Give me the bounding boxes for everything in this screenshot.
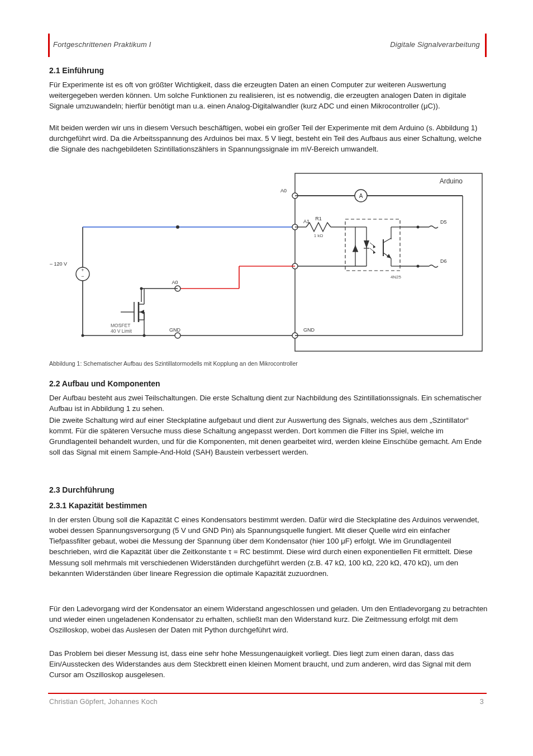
svg-text:R1: R1	[315, 216, 322, 221]
section-heading-2-3-1: 2.3.1 Kapazität bestimmen	[49, 501, 147, 510]
svg-text:A: A	[359, 193, 363, 199]
section-heading-2-1: 2.1 Einführung	[49, 66, 104, 75]
circuit-diagram: Arduino GND GND + − 40 – 120 V A1 A	[49, 168, 488, 358]
svg-text:A0: A0	[280, 188, 287, 193]
footer-divider	[48, 693, 487, 694]
arduino-label: Arduino	[440, 177, 463, 185]
footer-authors: Christian Göpfert, Johannes Koch	[49, 698, 158, 706]
paragraph: Für Experimente ist es oft von größter W…	[49, 79, 488, 111]
svg-marker-49	[387, 254, 391, 258]
svg-point-77	[143, 334, 146, 337]
paragraph: Mit beiden werden wir uns in diesem Vers…	[49, 122, 488, 154]
svg-text:MOSFET: MOSFET	[111, 323, 130, 328]
section-heading-2-3: 2.3 Durchführung	[49, 485, 115, 494]
paragraph: Der Aufbau besteht aus zwei Teilschaltun…	[49, 393, 488, 414]
footer-page-number: 3	[480, 698, 484, 706]
svg-point-13	[176, 225, 179, 229]
svg-text:GND: GND	[303, 327, 315, 333]
svg-text:1 kΩ: 1 kΩ	[314, 233, 323, 238]
svg-line-47	[383, 238, 391, 243]
paragraph: Für den Ladevorgang wird der Kondensator…	[49, 603, 488, 635]
svg-text:40 V Limit: 40 V Limit	[111, 328, 132, 334]
header-left: Fortgeschrittenen Praktikum I	[53, 40, 151, 49]
svg-text:4N25: 4N25	[391, 275, 402, 280]
svg-text:D5: D5	[440, 219, 447, 225]
svg-point-53	[417, 226, 420, 229]
svg-text:40 – 120 V: 40 – 120 V	[49, 261, 67, 267]
paragraph: Das Problem bei dieser Messung ist, dass…	[49, 648, 488, 680]
svg-text:A0: A0	[172, 280, 178, 285]
svg-point-2	[175, 333, 180, 338]
svg-marker-37	[364, 240, 369, 248]
figure-caption-1: Abbildung 1: Schematischer Aufbau des Sz…	[49, 360, 298, 367]
svg-text:+: +	[81, 267, 84, 273]
svg-point-56	[417, 265, 420, 268]
header-accent-right	[485, 34, 487, 57]
svg-rect-0	[295, 173, 482, 351]
svg-text:−: −	[81, 273, 84, 279]
section-heading-2-2: 2.2 Aufbau und Komponenten	[49, 379, 160, 388]
header-accent-left	[48, 34, 50, 57]
header-right: Digitale Signalverarbeitung	[390, 40, 480, 49]
paragraph: Die zweite Schaltung wird auf einer Stec…	[49, 415, 488, 458]
svg-marker-33	[353, 245, 358, 252]
paragraph: In der ersten Übung soll die Kapazität C…	[49, 514, 488, 579]
svg-text:D6: D6	[440, 258, 447, 264]
svg-marker-74	[140, 310, 144, 314]
svg-text:GND: GND	[169, 327, 181, 333]
svg-point-81	[82, 334, 84, 337]
